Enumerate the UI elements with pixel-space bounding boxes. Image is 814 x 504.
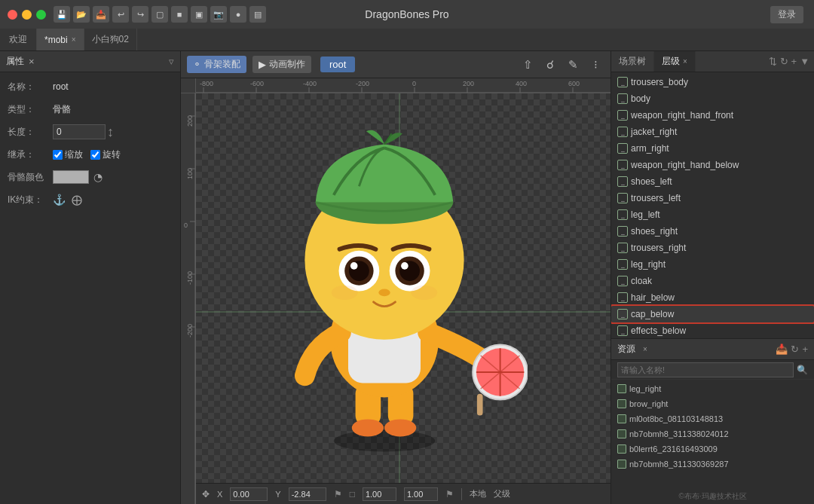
- tab-hierarchy[interactable]: 层级 ×: [654, 51, 696, 72]
- flag-icon1[interactable]: ⚑: [334, 489, 342, 499]
- tab-welcome-label: 欢迎: [9, 33, 27, 46]
- svg-text:200: 200: [186, 115, 194, 127]
- hierarchy-settings-icon[interactable]: ▼: [800, 56, 809, 67]
- main-layout: 属性 × ▿ 名称： root 类型： 骨骼 长度： ↕ 继承：: [0, 51, 814, 504]
- res-item-brow-right[interactable]: brow_right: [611, 396, 814, 411]
- properties-pin-icon[interactable]: ▿: [169, 56, 174, 67]
- login-button[interactable]: 登录: [770, 6, 803, 23]
- tab-welcome[interactable]: 欢迎: [0, 29, 37, 50]
- res-label-brow-right: brow_right: [629, 399, 668, 408]
- skeleton-mode-button[interactable]: ⚬ 骨架装配: [187, 56, 246, 73]
- hierarchy-close-icon[interactable]: ×: [683, 57, 687, 66]
- hierarchy-item-weapon-right-hand-below[interactable]: ⎯ weapon_right_hand_below: [611, 157, 814, 173]
- resources-list[interactable]: leg_right brow_right ml0ot8bc_0811031488…: [611, 380, 814, 489]
- hierarchy-sort-icon[interactable]: ⇅: [769, 56, 777, 67]
- tab-mobi[interactable]: *mobi ×: [37, 29, 84, 50]
- search-tool-icon[interactable]: ☌: [541, 56, 559, 74]
- scale-w-input[interactable]: [363, 487, 396, 501]
- scale-h-input[interactable]: [404, 487, 438, 501]
- hierarchy-item-trousers-left[interactable]: ⎯ trousers_left: [611, 190, 814, 206]
- prop-bone-color-row: 骨骼颜色 ◔: [8, 169, 173, 185]
- hierarchy-list[interactable]: ⎯ trousers_body ⎯ body ⎯ weapon_right_ha…: [611, 72, 814, 338]
- tool4-icon[interactable]: 📷: [210, 6, 227, 23]
- prop-length-input[interactable]: [53, 124, 106, 139]
- tab-dog[interactable]: 小白狗02: [84, 29, 137, 50]
- undo-icon[interactable]: ↩: [112, 6, 129, 23]
- bone-icon-hair-below: ⎯: [617, 292, 628, 303]
- resources-search-input[interactable]: [617, 362, 794, 377]
- rotate-checkbox-input[interactable]: [90, 150, 100, 160]
- redo-icon[interactable]: ↪: [132, 6, 148, 23]
- prop-inherit-label: 继承：: [8, 148, 53, 161]
- scale-box-icon[interactable]: □: [350, 489, 355, 499]
- tool6-icon[interactable]: ▤: [249, 6, 266, 23]
- hierarchy-add-icon[interactable]: +: [791, 56, 797, 67]
- tool3-icon[interactable]: ▣: [191, 6, 207, 23]
- tab-mobi-close[interactable]: ×: [72, 35, 76, 44]
- ik-target-icon[interactable]: ⨁: [72, 194, 82, 206]
- scale-checkbox-input[interactable]: [53, 150, 63, 160]
- hierarchy-item-weapon-right-hand-front[interactable]: ⎯ weapon_right_hand_front: [611, 107, 814, 124]
- hierarchy-item-shoes-left[interactable]: ⎯ shoes_left: [611, 173, 814, 190]
- vertical-ruler: 200 100 0 -100 -200: [181, 93, 196, 504]
- ik-pin-icon[interactable]: ⚓: [53, 194, 66, 206]
- item-label-arm-right: arm_right: [631, 143, 669, 154]
- flag-icon2[interactable]: ⚑: [445, 489, 454, 499]
- hierarchy-item-trousers-right[interactable]: ⎯ trousers_right: [611, 240, 814, 256]
- rotate-checkbox[interactable]: 旋转: [90, 148, 121, 161]
- res-item-nb7obmh8-2[interactable]: nb7obmh8_311330369287: [611, 457, 814, 472]
- resources-close-button[interactable]: ×: [643, 345, 647, 353]
- animation-mode-button[interactable]: ▶ 动画制作: [252, 56, 311, 73]
- hierarchy-item-cap-below[interactable]: ⎯ cap_below: [611, 306, 814, 322]
- tool5-icon[interactable]: ●: [230, 6, 246, 23]
- canvas-viewport[interactable]: ✥ X Y ⚑ □ ⚑ 本地 父级: [196, 93, 610, 504]
- minimize-window-button[interactable]: [22, 10, 32, 20]
- res-refresh-icon[interactable]: ↻: [791, 344, 799, 355]
- hierarchy-item-trousers-body[interactable]: ⎯ trousers_body: [611, 74, 814, 90]
- export-icon[interactable]: 📥: [93, 6, 109, 23]
- save-icon[interactable]: 💾: [54, 6, 70, 23]
- scale-checkbox[interactable]: 缩放: [53, 148, 83, 161]
- item-label-shoes-right: shoes_right: [631, 226, 678, 237]
- bone-icon-arm-right: ⎯: [617, 143, 628, 154]
- bone-icon-shoes-right: ⎯: [617, 226, 628, 237]
- res-import-icon[interactable]: 📥: [776, 344, 788, 355]
- res-add-icon[interactable]: +: [802, 344, 808, 355]
- hierarchy-item-leg-left[interactable]: ⎯ leg_left: [611, 206, 814, 223]
- res-item-b0lerrt6[interactable]: b0lerrt6_231616493009: [611, 441, 814, 457]
- hierarchy-item-cloak[interactable]: ⎯ cloak: [611, 273, 814, 289]
- hierarchy-refresh-icon[interactable]: ↻: [780, 56, 788, 67]
- hierarchy-item-shoes-right[interactable]: ⎯ shoes_right: [611, 223, 814, 240]
- more-tool-icon[interactable]: ⁝: [586, 56, 604, 74]
- properties-close-button[interactable]: ×: [29, 56, 35, 67]
- close-window-button[interactable]: [8, 10, 17, 20]
- bone-icon-trousers-body: ⎯: [617, 77, 628, 87]
- search-icon[interactable]: 🔍: [797, 365, 808, 375]
- bone-color-reset-icon[interactable]: ◔: [93, 171, 103, 183]
- x-input[interactable]: [230, 487, 268, 501]
- res-item-ml0ot8bc[interactable]: ml0ot8bc_081103148813: [611, 411, 814, 426]
- tool2-icon[interactable]: ■: [171, 6, 188, 23]
- hierarchy-item-body[interactable]: ⎯ body: [611, 90, 814, 107]
- select-tool-icon[interactable]: ⇧: [519, 56, 537, 74]
- hierarchy-item-effects-below[interactable]: ⎯ effects_below: [611, 322, 814, 338]
- hierarchy-item-hair-below[interactable]: ⎯ hair_below: [611, 289, 814, 306]
- bone-color-swatch[interactable]: [53, 170, 89, 184]
- y-input[interactable]: [289, 487, 326, 501]
- res-icon-brow-right: [617, 399, 626, 408]
- tool1-icon[interactable]: ▢: [151, 6, 168, 23]
- paint-tool-icon[interactable]: ✎: [564, 56, 582, 74]
- prop-length-arrows[interactable]: ↕: [107, 124, 114, 140]
- tab-scene-tree[interactable]: 场景树: [611, 51, 654, 72]
- bone-icon-trousers-left: ⎯: [617, 193, 628, 203]
- hierarchy-item-arm-right[interactable]: ⎯ arm_right: [611, 140, 814, 157]
- res-item-nb7obmh8-1[interactable]: nb7obmh8_311338024012: [611, 426, 814, 441]
- hierarchy-item-leg-right[interactable]: ⎯ leg_right: [611, 256, 814, 273]
- open-icon[interactable]: 📂: [73, 6, 90, 23]
- hierarchy-item-jacket-right[interactable]: ⎯ jacket_right: [611, 124, 814, 140]
- resources-title: 资源: [617, 343, 635, 356]
- res-item-leg-right[interactable]: leg_right: [611, 381, 814, 396]
- maximize-window-button[interactable]: [36, 10, 46, 20]
- resources-icons: 📥 ↻ +: [776, 344, 808, 355]
- move-icon[interactable]: ✥: [202, 489, 210, 499]
